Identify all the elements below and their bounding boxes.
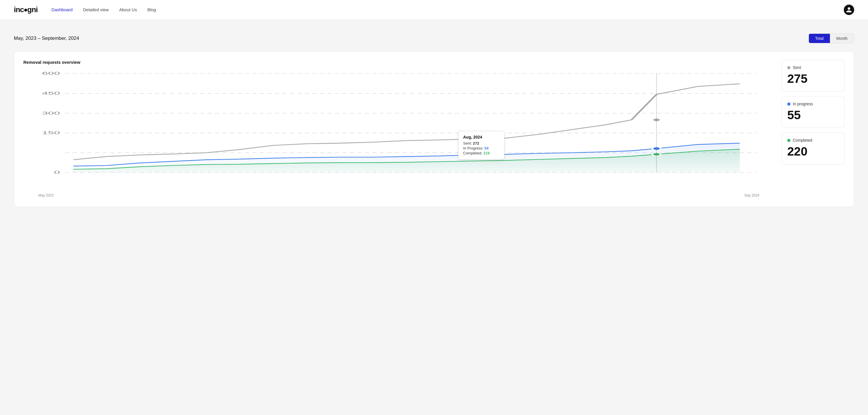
sent-label: Sent: [793, 65, 801, 70]
nav-detailed-view[interactable]: Detailed view: [83, 7, 109, 12]
in-progress-label: In progress: [793, 101, 813, 106]
svg-text:600: 600: [42, 71, 60, 76]
nav-about-us[interactable]: About Us: [119, 7, 137, 12]
stat-completed: Completed 220: [781, 132, 845, 164]
main-nav: Dashboard Detailed view About Us Blog: [52, 7, 844, 12]
user-avatar[interactable]: [844, 5, 854, 15]
total-button[interactable]: Total: [809, 34, 830, 43]
stats-sidebar: Sent 275 In progress 55 Completed 220: [781, 60, 845, 198]
stat-in-progress: In progress 55: [781, 96, 845, 128]
completed-label: Completed: [793, 138, 812, 143]
completed-dot: [787, 139, 790, 142]
sent-value: 275: [787, 72, 839, 85]
svg-text:150: 150: [42, 130, 60, 135]
svg-text:300: 300: [42, 111, 60, 115]
x-label-start: May 2023: [38, 194, 54, 198]
completed-value: 220: [787, 145, 839, 158]
view-toggle: Total Month: [809, 33, 855, 43]
x-axis-labels: May 2023 Sep 2024: [23, 191, 773, 198]
nav-blog[interactable]: Blog: [147, 7, 156, 12]
x-label-end: Sep 2024: [745, 194, 759, 198]
month-button[interactable]: Month: [830, 34, 854, 43]
stat-sent: Sent 275: [781, 60, 845, 91]
sent-dot: [787, 66, 790, 69]
chart-title: Removal requests overview: [23, 60, 773, 65]
in-progress-dot: [787, 102, 790, 106]
nav-dashboard[interactable]: Dashboard: [52, 7, 73, 12]
chart-area: 600 450 300 150 0: [23, 70, 773, 191]
svg-text:0: 0: [54, 170, 60, 175]
logo: incgni: [14, 5, 38, 14]
date-range: May, 2023 – September, 2024: [14, 35, 79, 41]
in-progress-value: 55: [787, 109, 839, 122]
svg-text:450: 450: [42, 91, 60, 95]
